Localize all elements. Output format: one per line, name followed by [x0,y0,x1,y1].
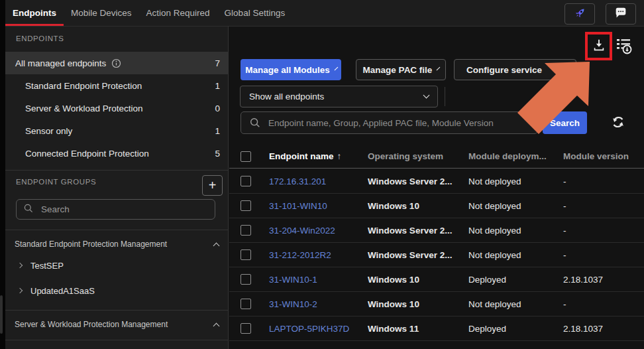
tab-mobile-devices[interactable]: Mobile Devices [64,0,139,26]
row-checkbox[interactable] [241,323,251,334]
search-icon [249,117,261,131]
row-checkbox[interactable] [241,176,251,186]
sidebar-item-standard-endpoint-protection[interactable]: Standard Endpoint Protection1 [5,74,228,97]
add-group-button[interactable]: + [202,175,223,196]
sidebar-item-label: Standard Endpoint Protection [25,81,215,91]
endpoint-name-link[interactable]: 31-WIN10-1 [269,275,368,285]
refresh-icon [610,114,626,132]
sidebar-divider [5,340,228,340]
sort-ascending-icon: ↑ [337,151,342,161]
module-deployment-cell: Not deployed [468,176,563,186]
module-version-cell: - [563,176,644,186]
export-history-button[interactable] [614,36,633,57]
column-header-endpoint-name[interactable]: Endpoint name↑ [269,151,368,161]
endpoint-name-link[interactable]: 31-212-2012R2 [269,250,368,260]
refresh-button[interactable] [610,114,627,131]
column-header-module-deploym[interactable]: Module deploym... [468,151,563,161]
sidebar-item-label: Sensor only [25,126,215,136]
row-checkbox[interactable] [241,225,251,236]
sidebar-item-sensor-only[interactable]: Sensor only1 [5,119,228,142]
feedback-button[interactable] [606,3,636,25]
tab-global-settings[interactable]: Global Settings [217,0,293,26]
endpoint-search-box [241,111,538,134]
sidebar-item-server-workload-protection[interactable]: Server & Workload Protection0 [5,97,228,119]
endpoint-count: 1 [215,81,220,91]
left-scrollbar-thumb[interactable] [0,295,3,334]
endpoints-nav-list: All managed endpoints7Standard Endpoint … [5,52,228,165]
endpoint-count: 0 [215,104,220,113]
info-icon[interactable] [111,58,121,68]
header-select-all-cell [241,151,258,162]
main-tabs: EndpointsMobile DevicesAction RequiredGl… [5,0,644,26]
group-item-label: TestSEP [30,261,64,271]
row-select-cell [241,225,258,236]
endpoints-sidebar: ENDPOINTS All managed endpoints7Standard… [5,27,229,349]
export-button[interactable] [592,38,606,54]
group-section-server-workload-protection-management[interactable]: Server & Workload Protection Management [5,316,228,333]
group-item-testsep[interactable]: TestSEP [5,253,228,278]
chevron-right-icon[interactable] [17,288,23,293]
chevron-right-icon[interactable] [17,263,23,268]
operating-system-cell: Windows 10 [368,299,468,309]
sidebar-divider [5,170,228,171]
endpoint-name-link[interactable]: 172.16.31.201 [269,176,368,186]
manage-all-modules-label: Manage all Modules [245,65,330,75]
operating-system-cell: Windows 10 [368,275,468,285]
endpoint-table-body: 172.16.31.201Windows Server 2...Not depl… [229,169,644,341]
chevron-down-icon [423,92,430,99]
module-deployment-cell: Not deployed [468,250,563,260]
table-row: 172.16.31.201Windows Server 2...Not depl… [229,169,644,194]
tab-action-required[interactable]: Action Required [139,0,217,26]
group-section-label: Server & Workload Protection Management [15,320,214,329]
tab-endpoints[interactable]: Endpoints [5,0,64,26]
group-section-standard-endpoint-protection-management[interactable]: Standard Endpoint Protection Management [5,236,228,253]
endpoint-count: 7 [215,58,220,68]
column-header-module-version[interactable]: Module version [563,151,644,161]
endpoints-section-header: ENDPOINTS [16,35,64,42]
module-version-cell: 2.18.1037 [563,275,644,285]
sidebar-item-connected-endpoint-protection[interactable]: Connected Endpoint Protection5 [5,142,228,165]
group-section-label: Standard Endpoint Protection Management [15,240,214,249]
sidebar-item-all-managed-endpoints[interactable]: All managed endpoints7 [5,52,228,74]
group-item-updateda1saas[interactable]: UpdatedA1SaaS [5,278,228,303]
operating-system-cell: Windows Server 2... [368,226,468,236]
endpoint-filter-dropdown[interactable]: Show all endpoints [240,86,438,107]
module-deployment-cell: Not deployed [468,299,563,309]
configure-service-button[interactable]: Configure service [454,59,576,80]
group-item-label: UpdatedA1SaaS [30,286,95,296]
row-select-cell [241,299,258,309]
toolbar-divider [445,87,445,106]
endpoint-name-link[interactable]: 31-WIN10-2 [269,299,368,309]
chat-bubble-icon [614,6,628,23]
endpoint-count: 5 [215,149,220,159]
manage-pac-file-label: Manage PAC file [363,65,433,75]
row-checkbox[interactable] [241,299,251,309]
endpoint-name-link[interactable]: 31-101-WIN10 [269,201,368,211]
endpoint-name-link[interactable]: LAPTOP-5PIKH37D [269,324,368,334]
rocket-icon [572,6,587,23]
row-checkbox[interactable] [241,274,251,285]
manage-all-modules-button[interactable]: Manage all Modules [241,59,341,80]
row-checkbox[interactable] [241,200,251,211]
module-deployment-cell: Deployed [468,324,563,334]
endpoint-name-link[interactable]: 31-204-Win2022 [269,226,368,236]
highlight-box [585,32,612,60]
sidebar-item-label: All managed endpoints [15,58,215,68]
endpoint-groups-tree: Standard Endpoint Protection ManagementT… [5,223,228,340]
sidebar-item-label: Server & Workload Protection [25,104,215,113]
search-button[interactable]: Search [543,111,587,134]
column-header-operating-system[interactable]: Operating system [368,151,468,161]
row-checkbox[interactable] [241,249,251,260]
endpoint-search-input[interactable] [241,111,538,134]
table-row: 31-212-2012R2Windows Server 2...Not depl… [229,243,644,267]
whats-new-button[interactable] [564,3,595,25]
operating-system-cell: Windows 11 [368,324,468,334]
operating-system-cell: Windows Server 2... [368,176,468,186]
select-all-checkbox[interactable] [241,151,251,162]
manage-pac-file-button[interactable]: Manage PAC file [356,59,446,80]
chevron-down-icon [437,66,441,70]
module-deployment-cell: Deployed [468,275,563,285]
configure-service-label: Configure service [466,65,542,75]
endpoints-main-panel: Manage all Modules Manage PAC file Confi… [229,27,644,349]
group-search-input[interactable] [40,204,208,215]
